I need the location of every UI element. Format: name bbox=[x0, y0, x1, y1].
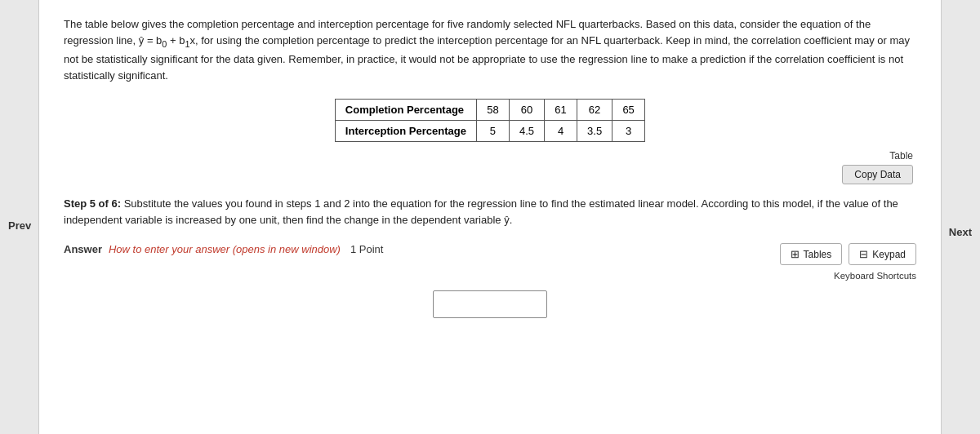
tables-button[interactable]: ⊞ Tables bbox=[780, 243, 843, 265]
how-to-enter-link[interactable]: How to enter your answer (opens in new w… bbox=[109, 243, 341, 255]
answer-input[interactable] bbox=[433, 290, 547, 318]
completion-val-5: 65 bbox=[612, 99, 645, 120]
data-table: Completion Percentage 58 60 61 62 65 Int… bbox=[335, 99, 645, 142]
interception-val-1: 5 bbox=[476, 120, 509, 141]
table-actions: Table Copy Data bbox=[64, 150, 913, 184]
table-label: Table bbox=[889, 150, 913, 162]
description-text: The table below gives the completion per… bbox=[64, 16, 916, 84]
copy-data-button[interactable]: Copy Data bbox=[842, 165, 913, 184]
prev-label-side: Prev bbox=[8, 219, 31, 232]
keypad-icon: ⊟ bbox=[859, 248, 868, 260]
keypad-button[interactable]: ⊟ Keypad bbox=[849, 243, 916, 265]
step-label: Step 5 of 6: bbox=[64, 197, 121, 210]
completion-val-4: 62 bbox=[577, 99, 612, 120]
data-table-container: Completion Percentage 58 60 61 62 65 Int… bbox=[64, 99, 916, 142]
next-label-side: Next bbox=[949, 226, 972, 238]
answer-label: Answer bbox=[64, 243, 102, 255]
keyboard-shortcuts-area: Keyboard Shortcuts bbox=[64, 268, 916, 282]
prev-nav-panel: Prev bbox=[0, 0, 39, 434]
main-content: The table below gives the completion per… bbox=[39, 0, 941, 434]
interception-val-5: 3 bbox=[612, 120, 645, 141]
keyboard-shortcuts-label: Keyboard Shortcuts bbox=[834, 271, 916, 281]
interception-val-3: 4 bbox=[545, 120, 577, 141]
interception-val-4: 3.5 bbox=[577, 120, 612, 141]
interception-val-2: 4.5 bbox=[509, 120, 544, 141]
completion-val-3: 61 bbox=[545, 99, 577, 120]
col-header-interception: Interception Percentage bbox=[335, 120, 476, 141]
point-label: 1 Point bbox=[350, 243, 383, 255]
bottom-right-buttons: ⊞ Tables ⊟ Keypad bbox=[780, 243, 916, 265]
completion-val-1: 58 bbox=[476, 99, 509, 120]
answer-input-row bbox=[64, 290, 916, 318]
keypad-label: Keypad bbox=[872, 249, 906, 260]
col-header-completion: Completion Percentage bbox=[335, 99, 476, 120]
bottom-bar-left: Answer How to enter your answer (opens i… bbox=[64, 243, 383, 255]
step-description: Substitute the values you found in steps… bbox=[64, 197, 898, 226]
completion-val-2: 60 bbox=[509, 99, 544, 120]
tables-icon: ⊞ bbox=[791, 248, 800, 260]
tables-label: Tables bbox=[804, 249, 832, 260]
next-nav-panel: Next bbox=[941, 0, 980, 434]
step-text: Step 5 of 6: Substitute the values you f… bbox=[64, 196, 916, 228]
bottom-bar: Answer How to enter your answer (opens i… bbox=[64, 243, 916, 265]
